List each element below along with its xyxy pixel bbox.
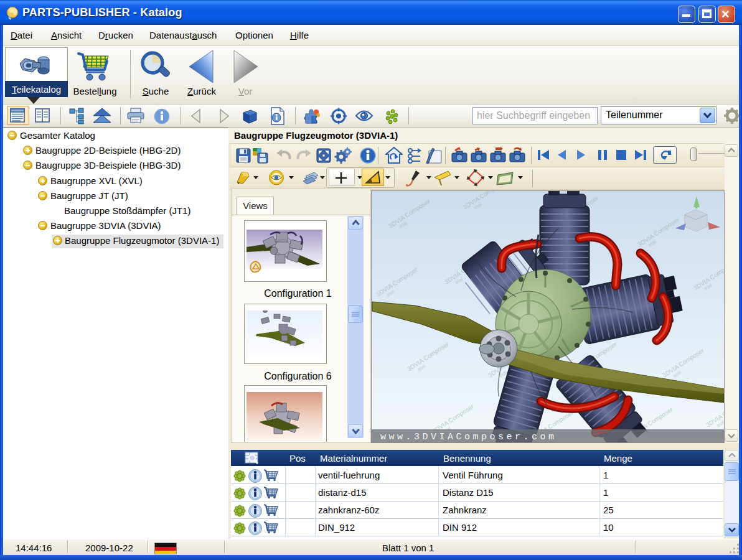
svg-text:www.3DVIAComposer.com: www.3DVIAComposer.com: [380, 432, 557, 442]
